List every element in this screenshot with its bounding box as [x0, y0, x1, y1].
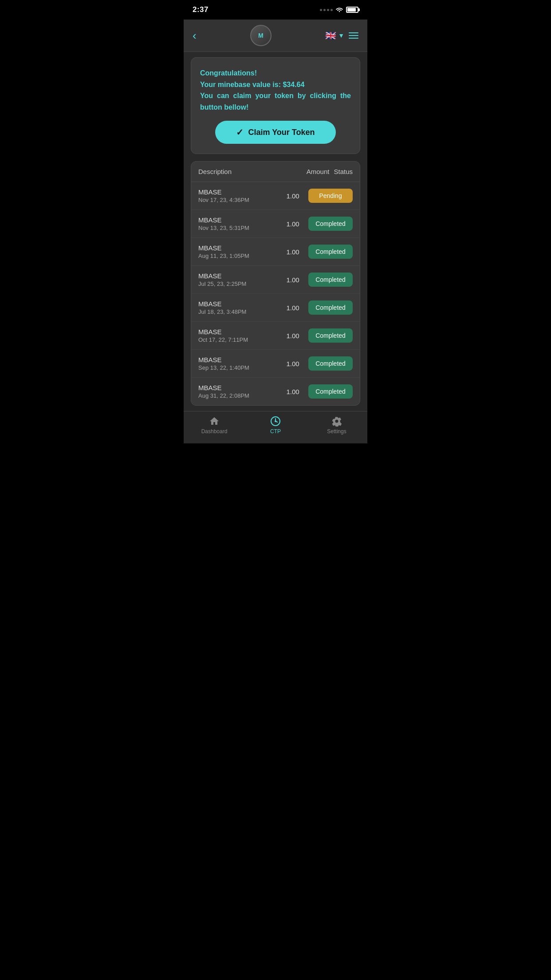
back-button[interactable]: ‹ — [193, 30, 197, 41]
row-amount-7: 1.00 — [282, 388, 304, 395]
header-description: Description — [198, 168, 302, 175]
signal-dots-icon — [320, 9, 333, 11]
table-row: MBASE Jul 18, 23, 3:48PM 1.00 Completed — [191, 294, 360, 322]
status-time: 2:37 — [193, 5, 209, 14]
header-status: Status — [334, 168, 353, 175]
hamburger-line-3 — [349, 38, 358, 39]
row-date-4: Jul 18, 23, 3:48PM — [198, 308, 277, 315]
settings-icon — [331, 416, 342, 427]
table-header: Description Amount Status — [191, 162, 360, 182]
row-token-7: MBASE — [198, 384, 277, 391]
status-badge-3: Completed — [308, 273, 353, 287]
nav-label-dashboard: Dashboard — [201, 428, 228, 435]
header-amount: Amount — [307, 168, 330, 175]
table-row: MBASE Nov 13, 23, 5:31PM 1.00 Completed — [191, 210, 360, 238]
flag-icon: 🇬🇧 — [325, 30, 336, 41]
row-token-4: MBASE — [198, 300, 277, 308]
row-amount-1: 1.00 — [282, 220, 304, 228]
row-amount-5: 1.00 — [282, 332, 304, 340]
row-token-5: MBASE — [198, 328, 277, 336]
main-content: Congratulations! Your minebase value is:… — [184, 52, 367, 411]
congrats-card: Congratulations! Your minebase value is:… — [191, 57, 360, 154]
nav-header: ‹ M 🇬🇧 ▼ — [184, 20, 367, 52]
row-amount-6: 1.00 — [282, 360, 304, 368]
app-container: ‹ M 🇬🇧 ▼ Congratulations! You — [184, 20, 367, 443]
row-description-6: MBASE Sep 13, 22, 1:40PM — [198, 356, 277, 371]
table-row: MBASE Sep 13, 22, 1:40PM 1.00 Completed — [191, 350, 360, 378]
row-date-3: Jul 25, 23, 2:25PM — [198, 281, 277, 287]
status-badge-5: Completed — [308, 328, 353, 343]
table-row: MBASE Aug 11, 23, 1:05PM 1.00 Completed — [191, 238, 360, 266]
congrats-line2: Your minebase value is: $34.64 — [200, 81, 304, 88]
row-date-6: Sep 13, 22, 1:40PM — [198, 364, 277, 371]
nav-item-settings[interactable]: Settings — [319, 416, 354, 435]
bottom-nav: Dashboard CTP Settings — [184, 411, 367, 443]
hamburger-line-1 — [349, 32, 358, 33]
nav-label-ctp: CTP — [270, 428, 281, 435]
congrats-text: Congratulations! Your minebase value is:… — [200, 67, 351, 113]
table-rows-container: MBASE Nov 17, 23, 4:36PM 1.00 Pending MB… — [191, 182, 360, 405]
status-badge-0: Pending — [308, 189, 353, 203]
battery-icon — [346, 7, 358, 13]
claim-check-icon: ✓ — [236, 127, 244, 138]
row-description-0: MBASE Nov 17, 23, 4:36PM — [198, 188, 277, 203]
status-icons — [320, 6, 358, 13]
row-date-5: Oct 17, 22, 7:11PM — [198, 336, 277, 343]
nav-item-ctp[interactable]: CTP — [258, 416, 293, 435]
nav-right: 🇬🇧 ▼ — [325, 30, 358, 41]
row-description-5: MBASE Oct 17, 22, 7:11PM — [198, 328, 277, 343]
congrats-line1: Congratulations! — [200, 69, 257, 77]
transaction-table: Description Amount Status MBASE Nov 17, … — [191, 161, 360, 406]
status-badge-6: Completed — [308, 356, 353, 371]
table-row: MBASE Aug 31, 22, 2:08PM 1.00 Completed — [191, 378, 360, 405]
row-amount-2: 1.00 — [282, 248, 304, 256]
row-amount-3: 1.00 — [282, 276, 304, 284]
row-amount-4: 1.00 — [282, 304, 304, 312]
dropdown-arrow-icon: ▼ — [338, 32, 344, 39]
table-row: MBASE Oct 17, 22, 7:11PM 1.00 Completed — [191, 322, 360, 350]
svg-point-1 — [275, 420, 276, 422]
row-token-3: MBASE — [198, 272, 277, 280]
table-row: MBASE Nov 17, 23, 4:36PM 1.00 Pending — [191, 182, 360, 210]
phone-container: 2:37 ‹ M — [184, 0, 367, 443]
wifi-icon — [335, 6, 343, 13]
language-selector[interactable]: 🇬🇧 ▼ — [325, 30, 344, 41]
row-date-1: Nov 13, 23, 5:31PM — [198, 225, 277, 231]
row-amount-0: 1.00 — [282, 192, 304, 200]
row-token-1: MBASE — [198, 216, 277, 224]
row-description-2: MBASE Aug 11, 23, 1:05PM — [198, 244, 277, 259]
claim-token-button[interactable]: ✓ Claim Your Token — [215, 121, 336, 144]
status-bar: 2:37 — [184, 0, 367, 20]
row-token-6: MBASE — [198, 356, 277, 364]
home-icon — [209, 416, 220, 427]
claim-button-label: Claim Your Token — [248, 128, 315, 137]
row-description-7: MBASE Aug 31, 22, 2:08PM — [198, 384, 277, 399]
row-token-2: MBASE — [198, 244, 277, 252]
hamburger-menu-button[interactable] — [349, 32, 358, 39]
status-badge-2: Completed — [308, 245, 353, 259]
row-date-7: Aug 31, 22, 2:08PM — [198, 392, 277, 399]
row-date-0: Nov 17, 23, 4:36PM — [198, 197, 277, 203]
status-badge-4: Completed — [308, 300, 353, 315]
row-description-3: MBASE Jul 25, 23, 2:25PM — [198, 272, 277, 287]
status-badge-1: Completed — [308, 217, 353, 231]
nav-item-dashboard[interactable]: Dashboard — [197, 416, 232, 435]
row-description-1: MBASE Nov 13, 23, 5:31PM — [198, 216, 277, 231]
ctp-icon — [270, 416, 281, 427]
logo: M — [250, 25, 272, 46]
table-row: MBASE Jul 25, 23, 2:25PM 1.00 Completed — [191, 266, 360, 294]
congrats-line3: You can claim your token by clicking the… — [200, 92, 351, 111]
nav-label-settings: Settings — [327, 428, 346, 435]
row-description-4: MBASE Jul 18, 23, 3:48PM — [198, 300, 277, 315]
row-date-2: Aug 11, 23, 1:05PM — [198, 253, 277, 259]
row-token-0: MBASE — [198, 188, 277, 196]
status-badge-7: Completed — [308, 384, 353, 399]
hamburger-line-2 — [349, 35, 358, 36]
